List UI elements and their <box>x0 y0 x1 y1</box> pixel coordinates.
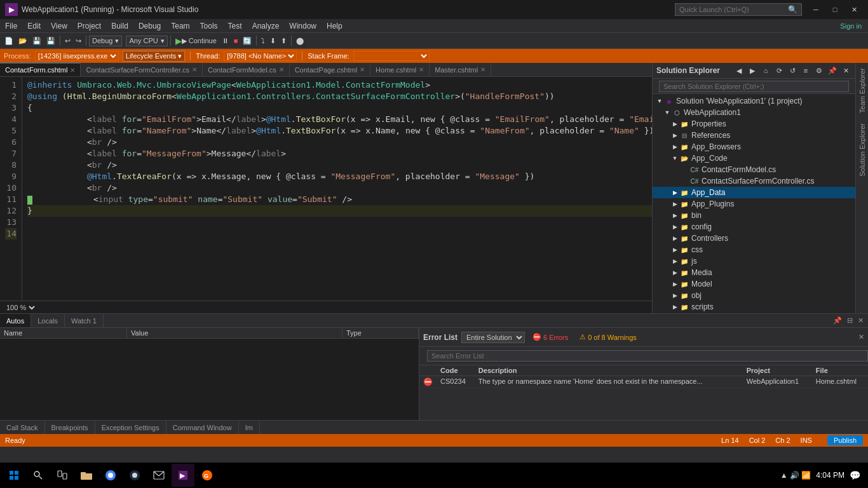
error-scope-selector[interactable]: Entire Solution <box>461 332 525 343</box>
stop-btn[interactable]: ■ <box>232 36 240 45</box>
save-all-btn[interactable]: 💾 <box>44 36 57 46</box>
menu-project[interactable]: Project <box>72 20 106 32</box>
error-row[interactable]: ⛔ CS0234 The type or namespace name 'Hom… <box>419 376 868 388</box>
tree-controllers[interactable]: ▶ 📁 Controllers <box>653 233 855 244</box>
redo-btn[interactable]: ↪ <box>74 36 83 46</box>
menu-analyze[interactable]: Analyze <box>247 20 285 32</box>
vs-taskbar-btn[interactable]: ▶ <box>172 464 194 487</box>
tree-bin[interactable]: ▶ 📁 bin <box>653 210 855 221</box>
tree-scripts[interactable]: ▶ 📁 scripts <box>653 301 855 313</box>
tree-project[interactable]: ▼ ⬡ WebApplication1 <box>653 107 855 118</box>
code-content[interactable]: @inherits Umbraco.Web.Mvc.UmbracoViewPag… <box>22 77 652 301</box>
command-window-tab[interactable]: Command Window <box>166 421 239 434</box>
breakpoint-btn[interactable]: ⬤ <box>294 36 306 46</box>
menu-edit[interactable]: Edit <box>22 20 46 32</box>
mail-taskbar-btn[interactable] <box>147 464 170 487</box>
quick-launch-box[interactable]: 🔍 <box>675 3 802 16</box>
menu-file[interactable]: File <box>0 20 22 32</box>
steam-taskbar-btn[interactable] <box>123 464 146 487</box>
tree-js[interactable]: ▶ 📁 js <box>653 255 855 267</box>
debug-config-dropdown[interactable]: Debug ▾ <box>89 36 122 46</box>
se-collapse-btn[interactable]: ≡ <box>800 65 811 76</box>
breakpoints-tab[interactable]: Breakpoints <box>45 421 95 434</box>
step-into-btn[interactable]: ⬇ <box>268 36 278 46</box>
chrome-taskbar-btn[interactable] <box>99 464 122 487</box>
close-icon[interactable]: ✕ <box>419 66 424 73</box>
zoom-selector[interactable]: 100 % <box>4 303 37 312</box>
error-search-input[interactable] <box>427 350 868 362</box>
close-icon[interactable]: ✕ <box>192 66 197 73</box>
search-taskbar-btn[interactable] <box>27 464 50 487</box>
quick-launch-input[interactable] <box>679 6 788 13</box>
se-refresh-btn[interactable]: ↺ <box>787 65 798 76</box>
call-stack-tab[interactable]: Call Stack <box>0 421 45 434</box>
se-search-input[interactable] <box>659 81 849 92</box>
thread-selector[interactable]: [9788] <No Name> <box>224 51 297 61</box>
menu-help[interactable]: Help <box>322 20 348 32</box>
close-icon[interactable]: ✕ <box>279 66 284 73</box>
tree-config[interactable]: ▶ 📁 config <box>653 221 855 233</box>
pause-btn[interactable]: ⏸ <box>220 36 231 45</box>
menu-build[interactable]: Build <box>106 20 133 32</box>
tree-model[interactable]: ▶ 📁 Model <box>653 278 855 290</box>
se-sync-btn[interactable]: ⟳ <box>773 65 785 76</box>
tree-contactformmodel[interactable]: ▶ C# ContactFormModel.cs <box>653 164 855 175</box>
close-icon[interactable]: ✕ <box>480 66 485 73</box>
tree-app-browsers[interactable]: ▶ 📁 App_Browsers <box>653 141 855 152</box>
menu-tools[interactable]: Tools <box>195 20 223 32</box>
menu-test[interactable]: Test <box>223 20 247 32</box>
im-tab[interactable]: Im <box>239 421 260 434</box>
se-forward-btn[interactable]: ▶ <box>747 65 758 76</box>
warning-count-badge[interactable]: ⚠ 0 of 8 Warnings <box>576 332 641 342</box>
close-panel-btn[interactable]: ✕ <box>856 316 865 325</box>
error-panel-close[interactable]: ✕ <box>858 333 864 341</box>
save-btn[interactable]: 💾 <box>31 36 43 46</box>
tab-contactform[interactable]: ContactForm.cshtml ✕ <box>0 63 81 76</box>
tab-master[interactable]: Master.cshtml ✕ <box>430 63 491 76</box>
close-button[interactable]: ✕ <box>845 3 863 16</box>
se-home-btn[interactable]: ⌂ <box>760 65 771 76</box>
error-count-badge[interactable]: ⛔ 6 Errors <box>529 332 572 342</box>
tree-media[interactable]: ▶ 📁 Media <box>653 267 855 278</box>
menu-team[interactable]: Team <box>166 20 194 32</box>
maximize-button[interactable]: □ <box>826 3 844 16</box>
platform-dropdown[interactable]: Any CPU ▾ <box>126 36 167 46</box>
tree-app-code[interactable]: ▼ 📂 App_Code <box>653 152 855 164</box>
tree-references[interactable]: ▶ ⊟ References <box>653 130 855 141</box>
autos-tab[interactable]: Autos <box>0 314 31 327</box>
continue-button[interactable]: ▶ ▶ Continue <box>173 36 219 46</box>
new-project-btn[interactable]: 📄 <box>3 36 15 46</box>
tree-css[interactable]: ▶ 📁 css <box>653 244 855 255</box>
pin-btn[interactable]: 📌 <box>831 316 844 325</box>
tree-contactsurface[interactable]: ▶ C# ContactSurfaceFormController.cs <box>653 175 855 187</box>
task-view-btn[interactable] <box>51 464 74 487</box>
tab-contactsurface[interactable]: ContactSurfaceFormController.cs ✕ <box>81 63 203 76</box>
team-explorer-tab[interactable]: Team Explorer <box>856 63 869 118</box>
step-out-btn[interactable]: ⬆ <box>279 36 288 46</box>
close-icon[interactable]: ✕ <box>360 66 365 73</box>
se-settings-btn[interactable]: ⚙ <box>813 65 825 76</box>
lifecycle-dropdown[interactable]: Lifecycle Events ▾ <box>123 51 186 62</box>
tree-solution[interactable]: ▼ ◆ Solution 'WebApplication1' (1 projec… <box>653 95 855 107</box>
publish-button[interactable]: Publish <box>827 435 863 445</box>
menu-view[interactable]: View <box>46 20 72 32</box>
tree-umbraco[interactable]: ▶ 📁 Umbraco <box>653 313 855 313</box>
tree-properties[interactable]: ▶ 📁 Properties <box>653 118 855 130</box>
tree-obj[interactable]: ▶ 📁 obj <box>653 290 855 301</box>
tab-contactformmodel[interactable]: ContactFormModel.cs ✕ <box>203 63 290 76</box>
step-over-btn[interactable]: ⤵ <box>259 36 267 45</box>
menu-window[interactable]: Window <box>284 20 322 32</box>
process-selector[interactable]: [14236] iisexpress.exe <box>35 51 119 61</box>
close-icon[interactable]: ✕ <box>70 67 75 74</box>
notification-center[interactable]: 💬 <box>850 470 860 480</box>
stack-frame-selector[interactable] <box>353 51 430 61</box>
tab-contactpage[interactable]: ContactPage.cshtml ✕ <box>290 63 370 76</box>
game-taskbar-btn[interactable]: G <box>196 464 219 487</box>
start-button[interactable] <box>3 464 25 487</box>
se-pin-btn[interactable]: 📌 <box>827 65 838 76</box>
undo-btn[interactable]: ↩ <box>63 36 72 46</box>
se-close-btn[interactable]: ✕ <box>840 65 851 76</box>
code-editor[interactable]: 1 2 3 4 5 6 7 8 9 10 11 12 13 14 @inheri… <box>0 77 652 301</box>
restart-btn[interactable]: 🔄 <box>241 36 254 46</box>
auto-hide-btn[interactable]: ⊟ <box>845 316 855 325</box>
